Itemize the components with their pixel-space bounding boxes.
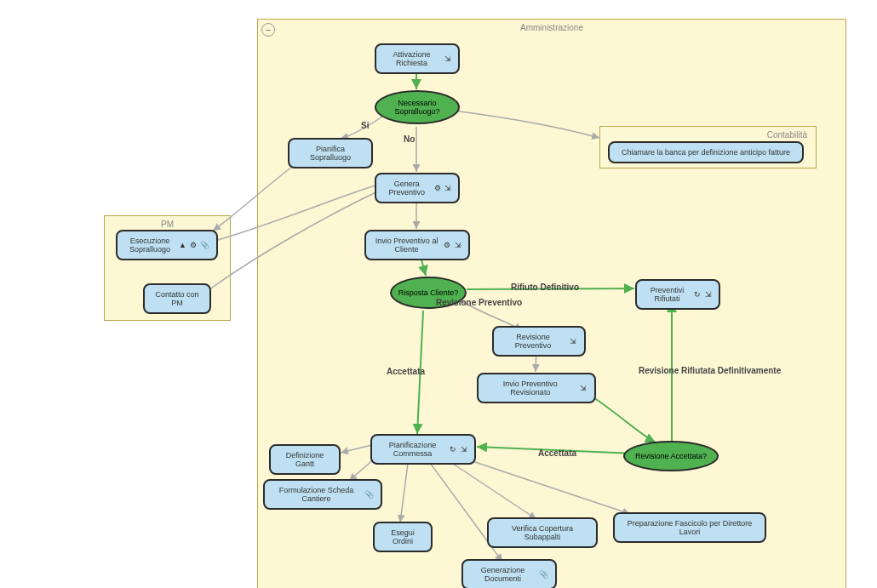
edge-label-rev-rifiutata: Revisione Rifiutata Definitivamente (639, 366, 781, 375)
lane-label-pm: PM (161, 220, 174, 229)
node-invio-revisionato[interactable]: Invio Preventivo Revisionato (477, 373, 596, 403)
node-label: Preventivi Rifiutati (644, 286, 691, 303)
node-generazione-documenti[interactable]: Generazione Documenti (461, 559, 557, 588)
node-label: Contatto con PM (152, 290, 203, 307)
subprocess-icon (461, 445, 467, 454)
attachment-icon (200, 241, 209, 250)
diagram-canvas: − Amministrazione PM Contabilità (0, 0, 877, 588)
subprocess-icon (444, 184, 451, 193)
edge-label-no: No (404, 134, 415, 144)
subprocess-icon (455, 241, 461, 250)
edge-label-rifiuto: Rifiuto Definitivo (511, 283, 579, 292)
lane-label-cont: Contabilità (767, 130, 807, 140)
node-label: Attivazione Richiesta (383, 50, 440, 67)
subprocess-icon (705, 290, 712, 300)
node-esegui-ordini[interactable]: Esegui Ordini (373, 522, 433, 552)
node-label: Necessario Sopralluogo? (376, 99, 458, 116)
collapse-icon[interactable]: − (261, 23, 275, 37)
node-label: Pianificazione Commessa (379, 441, 446, 458)
node-label: Esecuzione Sopralluogo (124, 237, 175, 254)
node-label: Genera Preventivo (383, 180, 431, 197)
node-esecuzione-sopralluogo[interactable]: Esecuzione Sopralluogo (116, 230, 218, 260)
loop-icon (694, 290, 701, 300)
node-preventivi-rifiutati[interactable]: Preventivi Rifiutati (635, 279, 720, 310)
edge-label-accettata: Accettata (387, 367, 425, 376)
loop-icon (450, 445, 456, 454)
subprocess-icon (444, 54, 451, 64)
gear-icon (444, 241, 450, 250)
edge-label-accettata2: Accettata (538, 448, 576, 458)
node-label: Verifica Copertura Subappalti (496, 524, 589, 541)
decision-necessario-sopralluogo[interactable]: Necessario Sopralluogo? (375, 90, 460, 124)
subprocess-icon (579, 384, 588, 393)
node-revisione-preventivo[interactable]: Revisione Preventivo (492, 326, 586, 357)
node-formulazione-scheda[interactable]: Formulazione Scheda Cantiere (263, 479, 382, 510)
node-invio-preventivo[interactable]: Invio Preventivo al Cliente (364, 230, 470, 260)
edge-label-si: Si (361, 121, 369, 130)
gear-icon (190, 241, 197, 250)
node-label: Chiamare la banca per definizione antici… (622, 148, 790, 157)
node-label: Revisione Preventivo (501, 333, 565, 350)
edge-label-revisione: Revisione Preventivo (436, 298, 522, 307)
subprocess-icon (569, 337, 577, 346)
attachment-icon (364, 490, 374, 500)
node-pianificazione-commessa[interactable]: Pianificazione Commessa (370, 434, 476, 465)
node-verifica-subappalti[interactable]: Verifica Copertura Subappalti (487, 517, 598, 548)
decision-revisione-accettata[interactable]: Revisione Accettata? (623, 441, 719, 471)
warning-icon (179, 241, 186, 250)
node-label: Definizione Gantt (278, 451, 332, 468)
node-label: Invio Preventivo al Cliente (373, 237, 440, 254)
node-label: Revisione Accettata? (635, 452, 707, 460)
lane-label-admin: Amministrazione (520, 23, 583, 32)
node-attivazione-richiesta[interactable]: Attivazione Richiesta (375, 43, 460, 74)
node-label: Esegui Ordini (381, 528, 424, 545)
node-label: Preparazione Fascicolo per Direttore Lav… (622, 519, 758, 536)
attachment-icon (539, 570, 548, 579)
node-contatto-pm[interactable]: Contatto con PM (143, 283, 211, 314)
gear-icon (434, 184, 441, 193)
node-label: Invio Preventivo Revisionato (485, 380, 576, 397)
node-label: Generazione Documenti (470, 566, 536, 583)
node-pianifica-sopralluogo[interactable]: Pianifica Sopralluogo (288, 138, 373, 168)
node-label: Pianifica Sopralluogo (296, 145, 364, 162)
node-label: Formulazione Scheda Cantiere (272, 486, 361, 503)
node-definizione-gantt[interactable]: Definizione Gantt (269, 444, 341, 475)
node-chiamare-banca[interactable]: Chiamare la banca per definizione antici… (608, 141, 804, 163)
node-preparazione-fascicolo[interactable]: Preparazione Fascicolo per Direttore Lav… (613, 512, 766, 543)
node-genera-preventivo[interactable]: Genera Preventivo (375, 173, 460, 203)
node-label: Risposta Cliente? (398, 288, 459, 297)
